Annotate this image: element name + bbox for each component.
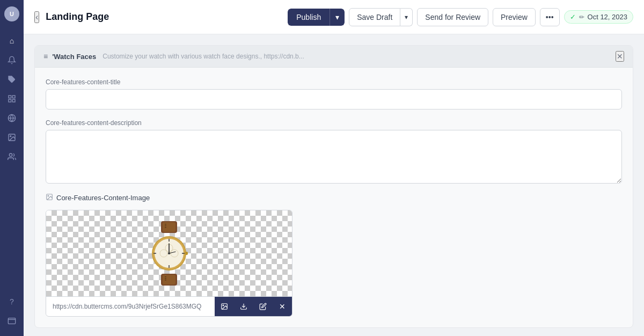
image-preview	[46, 210, 292, 296]
main-content: ‹ Landing Page Publish ▾ Save Draft ▾ Se…	[24, 0, 644, 336]
sidebar-icon-grid[interactable]	[3, 90, 20, 107]
more-options-button[interactable]: •••	[540, 8, 560, 26]
watch-illustration	[142, 218, 196, 288]
section-description-preview: Customize your watch with various watch …	[103, 53, 304, 60]
svg-rect-1	[9, 96, 11, 98]
publish-button-group: Publish ▾	[288, 9, 345, 26]
sidebar-icon-terminal[interactable]	[3, 312, 20, 330]
status-edit-icon: ✏	[579, 13, 584, 21]
image-url-text: https://cdn.buttercms.com/9u3NrjefSrGe1S…	[46, 298, 215, 315]
section-close-button[interactable]: ✕	[616, 51, 624, 62]
back-button[interactable]: ‹	[34, 11, 39, 23]
image-field-group: Core-Features-Content-Image	[46, 193, 622, 317]
description-field-label: Core-features-content-description	[46, 119, 622, 127]
image-container: https://cdn.buttercms.com/9u3NrjefSrGe1S…	[46, 210, 292, 317]
sidebar-icon-tag[interactable]	[3, 71, 20, 88]
svg-rect-17	[165, 225, 166, 227]
section-body: Core-features-content-title Core-feature…	[35, 68, 633, 327]
svg-point-9	[9, 154, 12, 156]
section-title: 'Watch Faces	[52, 53, 96, 61]
image-field-label: Core-Features-Content-Image	[56, 194, 150, 202]
image-action-buttons: ✕	[215, 297, 292, 316]
section-header-left: ≡ 'Watch Faces Customize your watch with…	[43, 52, 304, 61]
svg-point-32	[168, 252, 170, 254]
title-field-label: Core-features-content-title	[46, 78, 622, 86]
title-field-group: Core-features-content-title	[46, 78, 622, 109]
status-check-icon: ✓	[570, 13, 576, 21]
sidebar: U ⌂ ?	[0, 0, 24, 336]
topbar-actions: Publish ▾ Save Draft ▾ Send for Review P…	[288, 8, 633, 26]
page-title: Landing Page	[46, 11, 288, 23]
publish-dropdown-button[interactable]: ▾	[330, 9, 345, 26]
svg-rect-10	[8, 318, 15, 324]
svg-rect-35	[165, 276, 166, 277]
sidebar-icon-home[interactable]: ⌂	[3, 32, 20, 49]
preview-button[interactable]: Preview	[493, 8, 536, 26]
svg-rect-22	[185, 252, 188, 255]
svg-rect-37	[165, 280, 166, 281]
image-label-icon	[46, 193, 53, 202]
remove-image-button[interactable]: ✕	[273, 297, 292, 316]
description-field-textarea[interactable]	[46, 130, 622, 184]
svg-rect-4	[12, 99, 15, 102]
avatar[interactable]: U	[4, 6, 19, 21]
image-field-header: Core-Features-Content-Image	[46, 193, 622, 202]
save-draft-dropdown-button[interactable]: ▾	[400, 8, 413, 26]
status-date: Oct 12, 2023	[588, 13, 627, 21]
topbar: ‹ Landing Page Publish ▾ Save Draft ▾ Se…	[24, 0, 644, 34]
title-field-input[interactable]	[46, 89, 622, 109]
save-draft-button[interactable]: Save Draft	[349, 8, 400, 26]
section-card: ≡ 'Watch Faces Customize your watch with…	[34, 45, 633, 328]
replace-image-button[interactable]	[215, 297, 234, 316]
status-badge: ✓ ✏ Oct 12, 2023	[564, 10, 633, 24]
svg-rect-15	[163, 222, 175, 232]
save-draft-button-group: Save Draft ▾	[349, 8, 413, 26]
sidebar-icon-help[interactable]: ?	[3, 293, 20, 310]
section-header: ≡ 'Watch Faces Customize your watch with…	[35, 46, 633, 68]
download-image-button[interactable]	[234, 297, 253, 316]
publish-button[interactable]: Publish	[288, 9, 330, 26]
sidebar-icon-users[interactable]	[3, 148, 20, 165]
svg-rect-18	[165, 227, 166, 228]
send-review-button[interactable]: Send for Review	[417, 8, 488, 26]
svg-rect-34	[163, 275, 175, 284]
svg-rect-3	[9, 99, 11, 102]
content-area: ≡ 'Watch Faces Customize your watch with…	[24, 34, 644, 336]
edit-image-button[interactable]	[253, 297, 273, 316]
image-url-bar: https://cdn.buttercms.com/9u3NrjefSrGe1S…	[46, 296, 292, 316]
svg-point-8	[10, 136, 11, 137]
section-drag-icon: ≡	[43, 52, 48, 61]
sidebar-icon-bell[interactable]	[3, 52, 20, 69]
svg-rect-36	[165, 278, 166, 279]
sidebar-icon-image[interactable]	[3, 129, 20, 146]
svg-point-39	[223, 305, 224, 306]
svg-rect-16	[165, 224, 166, 225]
description-field-group: Core-features-content-description	[46, 119, 622, 184]
svg-rect-2	[12, 96, 15, 98]
svg-point-13	[48, 195, 49, 196]
sidebar-icon-globe[interactable]	[3, 109, 20, 127]
